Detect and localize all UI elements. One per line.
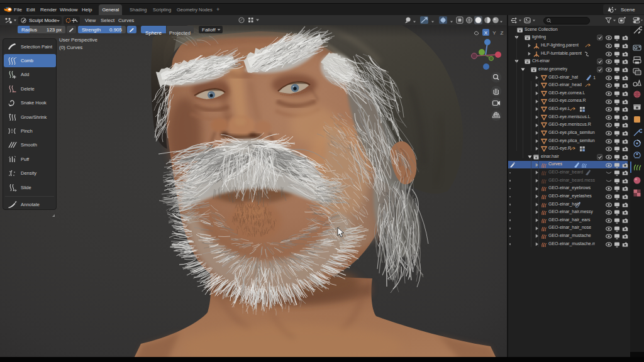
svg-text:Z: Z [501, 30, 504, 36]
svg-text:X: X [484, 30, 488, 36]
svg-text:Y: Y [492, 30, 496, 36]
